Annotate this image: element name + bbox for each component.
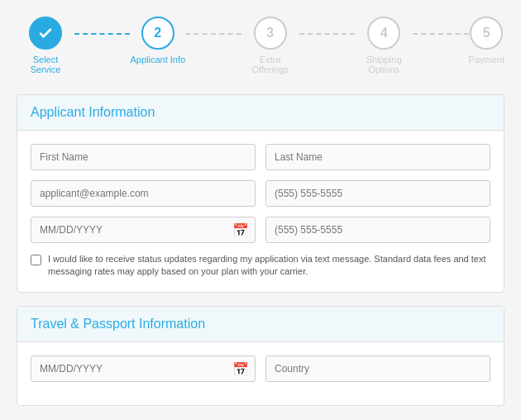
- country-input[interactable]: [265, 356, 490, 382]
- step-applicant-info: 2 Applicant Info: [130, 17, 185, 64]
- dob-calendar-icon[interactable]: 📅: [232, 222, 249, 238]
- step-select-service: Select Service: [17, 17, 74, 74]
- last-name-input[interactable]: [265, 144, 490, 170]
- step-label-3: Extra Offerings: [241, 55, 299, 74]
- travel-info-body: 📅: [17, 342, 504, 405]
- email-phone-row: [31, 180, 490, 207]
- step-label-4: Shipping Options: [355, 55, 413, 74]
- email-field: [31, 180, 256, 207]
- stepper: Select Service 2 Applicant Info 3 Extra …: [17, 17, 504, 74]
- step-extra-offerings: 3 Extra Offerings: [241, 17, 299, 74]
- step-circle-2: 2: [141, 17, 174, 50]
- sms-consent-label: I would like to receive status updates r…: [48, 253, 490, 279]
- travel-date-input[interactable]: [31, 356, 256, 382]
- step-circle-4: 4: [367, 17, 400, 50]
- phone1-input[interactable]: [265, 180, 490, 207]
- travel-date-calendar-icon[interactable]: 📅: [232, 360, 249, 376]
- first-name-input[interactable]: [31, 144, 256, 170]
- phone1-field: [265, 180, 490, 207]
- dob-input[interactable]: [31, 217, 256, 243]
- step-label-1: Select Service: [17, 55, 74, 74]
- travel-info-header: Travel & Passport Information: [17, 307, 504, 342]
- connector-1-2: [74, 33, 130, 35]
- connector-3-4: [299, 33, 355, 35]
- step-label-5: Payment: [469, 55, 504, 64]
- applicant-info-header: Applicant Information: [17, 95, 504, 131]
- travel-row: 📅: [31, 356, 490, 382]
- applicant-info-body: 📅 I would like to receive status updates…: [17, 131, 504, 292]
- applicant-info-title: Applicant Information: [31, 105, 490, 120]
- name-row: [31, 144, 490, 170]
- step-circle-3: 3: [254, 17, 287, 50]
- first-name-field: [31, 144, 256, 170]
- phone2-field: [265, 217, 490, 243]
- sms-consent-row: I would like to receive status updates r…: [31, 253, 490, 279]
- step-circle-1: [29, 17, 62, 50]
- applicant-info-card: Applicant Information 📅: [17, 94, 504, 293]
- sms-consent-checkbox[interactable]: [31, 255, 41, 265]
- travel-date-field: 📅: [31, 356, 256, 382]
- phone2-input[interactable]: [265, 217, 490, 243]
- step-shipping-options: 4 Shipping Options: [355, 17, 413, 74]
- dob-field: 📅: [31, 217, 256, 243]
- step-circle-5: 5: [470, 17, 503, 50]
- connector-4-5: [413, 33, 468, 35]
- last-name-field: [265, 144, 490, 170]
- email-input[interactable]: [31, 180, 256, 207]
- dob-phone2-row: 📅: [31, 217, 490, 243]
- travel-info-card: Travel & Passport Information 📅: [17, 306, 504, 406]
- travel-info-title: Travel & Passport Information: [31, 317, 490, 332]
- step-payment: 5 Payment: [469, 17, 504, 64]
- connector-2-3: [185, 33, 241, 35]
- step-label-2: Applicant Info: [130, 55, 185, 64]
- country-field: [265, 356, 490, 382]
